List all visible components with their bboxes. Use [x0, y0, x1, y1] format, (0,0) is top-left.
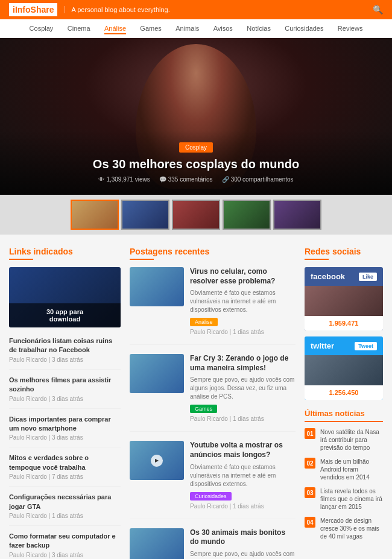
nav-bar: Cosplay Cinema Análise Games Animais Avi…: [0, 19, 392, 38]
tagline: A personal blog about everything.: [65, 6, 169, 13]
post-title-2[interactable]: Far Cry 3: Zerando o jogo de uma maneira…: [190, 354, 288, 372]
link-meta-5: Paulo Ricardo | 1 dias atrás: [9, 513, 121, 519]
news-item-3: 03 Lista revela todos os filmes que o ci…: [305, 487, 383, 511]
facebook-image: [305, 286, 383, 316]
news-item-4: 04 Mercado de design cresce 30% e os mai…: [305, 517, 383, 540]
facebook-like-btn[interactable]: Like: [359, 273, 377, 281]
featured-image[interactable]: 30 app para download: [9, 267, 121, 327]
post-thumb-2[interactable]: [130, 354, 184, 393]
links-indicados-title: Links indicados: [9, 247, 121, 260]
main-nav: Cosplay Cinema Análise Games Animais Avi…: [0, 19, 392, 38]
nav-animais[interactable]: Animais: [175, 25, 199, 32]
link-meta-3: Paulo Ricardo | 3 dias atrás: [9, 434, 121, 441]
link-meta-6: Paulo Ricardo | 3 dias atrás: [9, 552, 121, 558]
post-badge-3[interactable]: Curiosidades: [190, 492, 232, 501]
thumb-2[interactable]: [121, 200, 169, 230]
post-thumb-4[interactable]: [130, 528, 184, 559]
twitter-tweet-btn[interactable]: Tweet: [355, 342, 377, 350]
post-thumb-1[interactable]: [130, 267, 184, 306]
twitter-card: twitter Tweet 1.256.450: [305, 336, 383, 400]
news-num-3: 03: [305, 487, 315, 498]
post-excerpt-1: Obviamente é fato que estamos vulnerávei…: [190, 289, 296, 314]
ultimas-noticias: Últimas notícias 01 Novo satélite da Nas…: [305, 409, 383, 540]
facebook-count: 1.959.471: [305, 316, 383, 330]
post-item-4: Os 30 animais mais bonitos do mundo Semp…: [130, 528, 296, 559]
post-badge-1[interactable]: Análise: [190, 318, 218, 326]
list-item: Configurações necessárias para jogar GTA…: [9, 493, 121, 526]
news-text-4[interactable]: Mercado de design cresce 30% e os mais d…: [320, 517, 383, 540]
post-body-4: Os 30 animais mais bonitos do mundo Semp…: [190, 528, 296, 559]
logo-text: iInfoShare: [13, 5, 54, 14]
list-item: Mitos e verdades sobre o tempoque você t…: [9, 453, 121, 487]
news-text-1[interactable]: Novo satélite da Nasa irá contribuir par…: [320, 428, 383, 452]
twitter-name: twitter: [311, 341, 334, 350]
center-column: Postagens recentes Virus no celular, com…: [130, 247, 296, 559]
facebook-card: facebook Like 1.959.471: [305, 267, 383, 330]
link-item-2[interactable]: Os melhores filmes para assistir sozinho: [9, 376, 121, 394]
left-column: Links indicados 30 app para download Fun…: [9, 247, 121, 559]
hero-title: Os 30 melhores cosplays do mundo: [12, 157, 380, 171]
featured-text-line2: download: [14, 315, 116, 323]
hero-section: Cosplay Os 30 melhores cosplays do mundo…: [0, 38, 392, 195]
list-item: Como formatar seu computador e fazer bac…: [9, 532, 121, 559]
post-badge-2[interactable]: Games: [190, 405, 217, 413]
right-column: Redes sociais facebook Like 1.959.471 tw…: [305, 247, 383, 559]
featured-text-line1: 30 app para: [14, 308, 116, 315]
featured-overlay: 30 app para download: [9, 303, 121, 327]
thumb-5[interactable]: [273, 200, 321, 230]
link-item-1[interactable]: Funcionários listam coisas ruins de trab…: [9, 336, 121, 355]
link-item-5[interactable]: Configurações necessárias para jogar GTA: [9, 493, 121, 511]
nav-avisos[interactable]: Avisos: [213, 25, 233, 32]
twitter-count: 1.256.450: [305, 385, 383, 400]
hero-image: Cosplay Os 30 melhores cosplays do mundo…: [0, 38, 392, 195]
post-author-2: Paulo Ricardo | 1 dias atrás: [190, 415, 296, 422]
link-meta-1: Paulo Ricardo | 3 dias atrás: [9, 356, 121, 363]
post-thumb-3[interactable]: ▶: [130, 441, 184, 480]
link-item-3[interactable]: Dicas importantes para comprar um novo s…: [9, 415, 121, 434]
thumb-4[interactable]: [223, 200, 271, 230]
main-content: Links indicados 30 app para download Fun…: [0, 235, 392, 559]
news-num-2: 02: [305, 458, 315, 469]
facebook-name: facebook: [311, 272, 345, 281]
list-item: Dicas importantes para comprar um novo s…: [9, 415, 121, 448]
post-title-4[interactable]: Os 30 animais mais bonitos do mundo: [190, 528, 285, 546]
search-icon[interactable]: 🔍: [373, 5, 383, 14]
news-num-4: 04: [305, 517, 315, 528]
link-item-4[interactable]: Mitos e verdades sobre o tempoque você t…: [9, 453, 121, 472]
post-body-3: Youtube volta a mostrar os anúncios mais…: [190, 441, 296, 509]
logo-box: iInfoShare: [9, 3, 57, 16]
facebook-header: facebook Like: [305, 267, 383, 286]
hero-comments: 💬 335 comentários: [159, 176, 213, 183]
twitter-image: [305, 355, 383, 385]
nav-noticias[interactable]: Notícias: [247, 25, 271, 32]
redes-title: Redes sociais: [305, 247, 383, 260]
post-title-3[interactable]: Youtube volta a mostrar os anúncios mais…: [190, 441, 283, 459]
nav-curiosidades[interactable]: Curiosidades: [285, 25, 323, 32]
thumbnail-row: [0, 195, 392, 235]
post-body-1: Virus no celular, como resolver esse pro…: [190, 267, 296, 335]
news-num-1: 01: [305, 428, 315, 439]
post-title-1[interactable]: Virus no celular, como resolver esse pro…: [190, 267, 275, 285]
site-header: iInfoShare A personal blog about everyth…: [0, 0, 392, 19]
link-item-6[interactable]: Como formatar seu computador e fazer bac…: [9, 532, 121, 551]
post-item-1: Virus no celular, como resolver esse pro…: [130, 267, 296, 345]
post-author-1: Paulo Ricardo | 1 dias atrás: [190, 329, 296, 335]
nav-analise[interactable]: Análise: [104, 25, 126, 34]
news-text-2[interactable]: Mais de um bilhão Android foram vendidos…: [320, 458, 383, 481]
post-excerpt-4: Sempre que povo, eu ajudo vocês com algu…: [190, 550, 296, 559]
nav-cosplay[interactable]: Cosplay: [30, 25, 54, 32]
news-text-3[interactable]: Lista revela todos os filmes que o cinem…: [320, 487, 383, 511]
hero-badge[interactable]: Cosplay: [179, 142, 213, 153]
play-button[interactable]: ▶: [151, 455, 163, 467]
hero-views: 👁 1,309,971 views: [98, 176, 150, 183]
nav-games[interactable]: Games: [140, 25, 161, 32]
link-meta-2: Paulo Ricardo | 3 dias atrás: [9, 396, 121, 402]
nav-reviews[interactable]: Reviews: [338, 25, 363, 32]
postagens-title: Postagens recentes: [130, 247, 296, 260]
thumb-3[interactable]: [172, 200, 220, 230]
thumb-1[interactable]: [71, 200, 119, 230]
noticias-title: Últimas notícias: [305, 409, 383, 422]
link-meta-4: Paulo Ricardo | 7 dias atrás: [9, 473, 121, 480]
post-item-3: ▶ Youtube volta a mostrar os anúncios ma…: [130, 441, 296, 519]
nav-cinema[interactable]: Cinema: [68, 25, 90, 32]
